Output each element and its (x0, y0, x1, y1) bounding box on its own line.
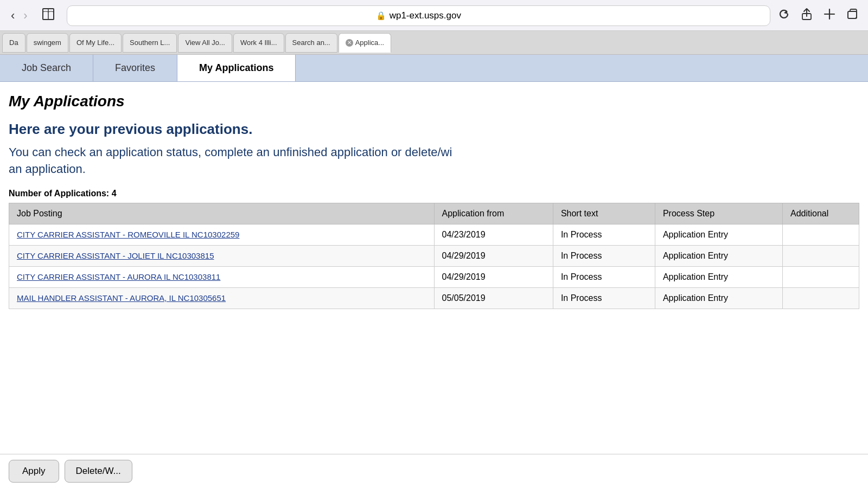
intro-text: You can check an application status, com… (9, 144, 859, 178)
browser-chrome: ‹ › 🔒 wp1-ext.usps.gov (0, 0, 868, 31)
reload-icon (777, 7, 791, 21)
tab-searchan[interactable]: Search an... (285, 33, 337, 53)
applications-table: Job Posting Application from Short text … (9, 203, 859, 309)
short-text-cell: In Process (553, 245, 655, 266)
nav-tab-my-applications[interactable]: My Applications (177, 55, 296, 81)
plus-icon (822, 7, 837, 21)
tab-bar: Da swingem Of My Life... Southern L... V… (0, 31, 868, 55)
col-header-additional: Additional (782, 203, 859, 224)
col-header-job: Job Posting (9, 203, 435, 224)
tabs-button[interactable] (845, 7, 859, 24)
page-nav-tabs: Job Search Favorites My Applications (0, 55, 868, 82)
reload-button[interactable] (777, 7, 791, 24)
url-text: wp1-ext.usps.gov (390, 10, 461, 21)
app-count: Number of Applications: 4 (9, 189, 859, 198)
tab-work4illi[interactable]: Work 4 Illi... (233, 33, 284, 53)
table-row: CITY CARRIER ASSISTANT - JOLIET IL NC103… (9, 245, 859, 266)
additional-cell (782, 266, 859, 287)
col-header-process: Process Step (655, 203, 782, 224)
job-posting-cell: CITY CARRIER ASSISTANT - AURORA IL NC103… (9, 266, 435, 287)
process-step-cell: Application Entry (655, 266, 782, 287)
tab-viewalljo[interactable]: View All Jo... (178, 33, 232, 53)
forward-button[interactable]: › (21, 9, 29, 23)
table-row: CITY CARRIER ASSISTANT - ROMEOVILLE IL N… (9, 224, 859, 245)
close-icon[interactable]: ✕ (346, 39, 353, 47)
additional-cell (782, 224, 859, 245)
short-text-cell: In Process (553, 287, 655, 309)
app-from-cell: 04/29/2019 (434, 245, 553, 266)
table-row: CITY CARRIER ASSISTANT - AURORA IL NC103… (9, 266, 859, 287)
windows-icon (845, 7, 859, 21)
job-posting-link[interactable]: CITY CARRIER ASSISTANT - ROMEOVILLE IL N… (17, 230, 239, 239)
page-content: Job Search Favorites My Applications My … (0, 55, 868, 465)
job-posting-cell: MAIL HANDLER ASSISTANT - AURORA, IL NC10… (9, 287, 435, 309)
job-posting-link[interactable]: CITY CARRIER ASSISTANT - AURORA IL NC103… (17, 272, 220, 281)
short-text-cell: In Process (553, 266, 655, 287)
job-posting-cell: CITY CARRIER ASSISTANT - ROMEOVILLE IL N… (9, 224, 435, 245)
bottom-bar: Apply Delete/W... (0, 454, 868, 488)
intro-heading: Here are your previous applications. (9, 121, 859, 138)
page-title: My Applications (9, 93, 859, 110)
new-tab-button[interactable] (822, 7, 837, 24)
main-area: My Applications Here are your previous a… (0, 82, 868, 320)
back-button[interactable]: ‹ (9, 9, 17, 23)
address-bar[interactable]: 🔒 wp1-ext.usps.gov (67, 5, 770, 26)
lock-icon: 🔒 (376, 11, 386, 21)
app-from-cell: 04/29/2019 (434, 266, 553, 287)
nav-tab-favorites[interactable]: Favorites (93, 55, 177, 81)
tab-southernl[interactable]: Southern L... (123, 33, 177, 53)
short-text-cell: In Process (553, 224, 655, 245)
nav-buttons: ‹ › (9, 9, 30, 23)
table-header-row: Job Posting Application from Short text … (9, 203, 859, 224)
browser-actions (777, 7, 859, 24)
additional-cell (782, 287, 859, 309)
svg-rect-6 (848, 11, 857, 18)
tab-applica[interactable]: ✕ Applica... (339, 33, 391, 53)
app-from-cell: 05/05/2019 (434, 287, 553, 309)
share-icon (800, 7, 814, 21)
share-button[interactable] (800, 7, 814, 24)
additional-cell (782, 245, 859, 266)
col-header-date: Application from (434, 203, 553, 224)
job-posting-link[interactable]: CITY CARRIER ASSISTANT - JOLIET IL NC103… (17, 251, 214, 260)
tab-swingem[interactable]: swingem (27, 33, 68, 53)
table-row: MAIL HANDLER ASSISTANT - AURORA, IL NC10… (9, 287, 859, 309)
tab-da[interactable]: Da (2, 33, 25, 53)
process-step-cell: Application Entry (655, 224, 782, 245)
col-header-short: Short text (553, 203, 655, 224)
bookmark-button[interactable] (36, 7, 60, 25)
book-icon (41, 7, 56, 22)
tab-ofmylife[interactable]: Of My Life... (69, 33, 122, 53)
apply-button[interactable]: Apply (9, 460, 59, 483)
app-from-cell: 04/23/2019 (434, 224, 553, 245)
process-step-cell: Application Entry (655, 245, 782, 266)
job-posting-link[interactable]: MAIL HANDLER ASSISTANT - AURORA, IL NC10… (17, 293, 226, 303)
process-step-cell: Application Entry (655, 287, 782, 309)
nav-tab-job-search[interactable]: Job Search (0, 55, 93, 81)
job-posting-cell: CITY CARRIER ASSISTANT - JOLIET IL NC103… (9, 245, 435, 266)
delete-button[interactable]: Delete/W... (65, 460, 132, 483)
